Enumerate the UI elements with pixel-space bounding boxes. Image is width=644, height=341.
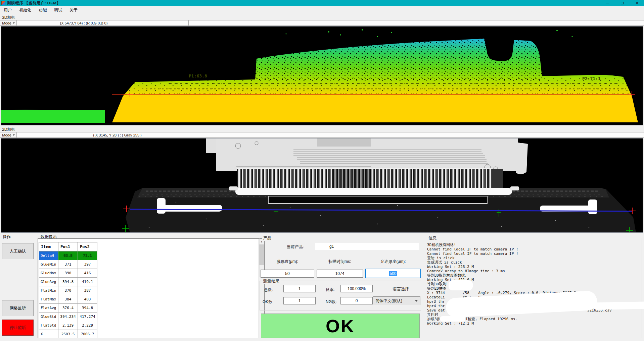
camera2d-status-seg3 [265, 132, 644, 138]
menu-item[interactable]: 用户 [0, 6, 15, 14]
table-row[interactable]: GlueAvg 394.8 419.1 [39, 278, 97, 286]
table-row[interactable]: FlatAvg 376.4 394.8 [39, 304, 97, 312]
language-value: 简体中文(默认) [375, 298, 402, 304]
cell-pos1: 370 [58, 286, 78, 295]
cell-pos1: 384 [58, 295, 78, 304]
cell-item: FlatMax [39, 295, 58, 304]
info-title: 信息 [427, 235, 438, 241]
col-item: Item [39, 242, 58, 251]
network-listen-button[interactable]: 网络监听 [2, 300, 34, 316]
total-label: 总数: [264, 287, 273, 293]
stop-listen-button[interactable]: 停止监听 [2, 320, 34, 336]
scan-time-label: 扫描时间ms: [317, 259, 363, 265]
table-row[interactable]: FlatMax 384 403 [39, 295, 97, 304]
cell-pos2: 387 [78, 286, 97, 295]
camera2d-view[interactable] [1, 138, 643, 233]
camera3d-status: (X 5473,Y 84) : (R 0,G 0,B 0) [17, 20, 151, 26]
log-line: Working Set : 712.2 M [427, 321, 640, 326]
camera3d-mode-button[interactable]: Mode [0, 20, 17, 26]
table-row[interactable]: FlatMin 370 387 [39, 286, 97, 295]
col-pos1: Pos1 [58, 242, 78, 251]
cell-item: DeltaH [39, 251, 58, 260]
camera2d-status: ( X 3145, Y 28 ) : ( Gray 255 ) [17, 132, 218, 138]
product-title: 产品 [262, 235, 273, 241]
table-row[interactable]: DeltaH 63.8 71.1 [39, 251, 97, 260]
table-row[interactable]: FlatStd 2.139 2.229 [39, 321, 97, 330]
chevron-down-icon [415, 300, 418, 302]
cell-item: GlueStd [39, 312, 58, 321]
cell-pos1: 394.8 [58, 278, 78, 286]
cell-pos1: 376.4 [58, 304, 78, 312]
grayscale-image [1, 138, 643, 232]
current-product-field[interactable]: g1 [315, 243, 419, 250]
bottom-panel: 操作 人工确认 网络监听 停止监听 数据显示 Item Pos1 Pos2 [0, 233, 644, 341]
film-thickness-label: 膜厚度(μm): [261, 259, 314, 265]
app-window: 测膜程序 【当前用户: OEM】 ✕ 用户初始化功能调试关于 3D相机 Mode… [0, 0, 644, 341]
manual-confirm-button[interactable]: 人工确认 [2, 243, 34, 259]
info-group: 信息 3D相机没有网络!Cannot find local IF to matc… [425, 238, 642, 338]
app-icon [1, 1, 5, 5]
p1-measure-label: P1:63.8 [189, 73, 207, 78]
table-header-row: Item Pos1 Pos2 [39, 242, 97, 251]
allow-thickness-label: 允许厚度(μm): [365, 259, 421, 265]
cell-pos2: 403 [78, 295, 97, 304]
redaction-blob [593, 301, 644, 310]
cell-item: FlatAvg [39, 304, 58, 312]
table-row[interactable]: GlueMax 390 416 [39, 269, 97, 278]
cell-pos2: 394.8 [78, 304, 97, 312]
camera2d-mode-button[interactable]: Mode [0, 132, 17, 138]
log-line: 登陆 is click [427, 256, 640, 260]
menu-item[interactable]: 功能 [35, 6, 50, 14]
camera3d-status-seg3 [189, 20, 644, 26]
minimize-icon [606, 3, 609, 3]
scan-time-field[interactable]: 1074 [317, 270, 363, 278]
table-row[interactable]: GlueStd 394.234 417.274 [39, 312, 97, 321]
menu-item[interactable]: 调试 [50, 6, 66, 14]
chevron-down-icon [13, 22, 15, 24]
camera2d-label: 2D相机 [2, 127, 15, 132]
language-select[interactable]: 简体中文(默认) [373, 296, 420, 305]
camera3d-view[interactable]: P1:63.8 P2:71.1 [1, 26, 643, 125]
menu-item[interactable]: 关于 [66, 6, 81, 14]
cell-pos1: 2.139 [58, 321, 78, 330]
measurement-table: Item Pos1 Pos2 DeltaH 63.8 71.1 [39, 242, 97, 338]
cell-item: GlueAvg [39, 278, 58, 286]
cell-item: GlueMax [39, 269, 58, 278]
menu-bar: 用户初始化功能调试关于 [0, 6, 644, 14]
operation-title: 操作 [3, 234, 11, 240]
log-line: 集成调试 is click [427, 260, 640, 265]
cell-pos1: 2503.5 [58, 330, 78, 339]
cell-pos1: 371 [58, 260, 78, 269]
cell-pos2: 417.274 [78, 312, 97, 321]
result-status-panel: OK [261, 314, 420, 338]
close-button[interactable]: ✕ [634, 1, 640, 5]
cell-item: X [39, 330, 58, 339]
log-line: Cannot find local IF to match camera IP … [427, 251, 640, 256]
maximize-button[interactable] [619, 1, 625, 5]
cell-item: GlueMin [39, 260, 58, 269]
camera2d-status-seg2 [218, 132, 265, 138]
camera3d-status-seg2 [151, 20, 189, 26]
log-line: 3D相机没有网络! [427, 243, 640, 247]
cell-item: FlatMin [39, 286, 58, 295]
heightmap-image: P1:63.8 P2:71.1 [1, 26, 643, 125]
mode-button-label: Mode [2, 21, 11, 25]
minimize-button[interactable] [604, 1, 610, 5]
maximize-icon [621, 2, 624, 4]
cell-pos2: 71.1 [78, 251, 97, 260]
menu-item[interactable]: 初始化 [15, 6, 35, 14]
table-row[interactable]: GlueMin 371 397 [39, 260, 97, 269]
allow-thickness-field[interactable]: 500 [365, 269, 421, 278]
ng-count-field: 0 [340, 297, 373, 304]
results-group: 测量结果 总数: 1 良率: 100.000% 语言选择 OK数: 1 NG数:… [260, 281, 421, 310]
col-pos2: Pos2 [78, 242, 97, 251]
film-thickness-field[interactable]: 50 [261, 270, 314, 278]
table-row[interactable]: X 2503.5 7066.7 [39, 330, 97, 339]
title-bar: 测膜程序 【当前用户: OEM】 ✕ [0, 0, 644, 6]
cell-pos1: 63.8 [58, 251, 78, 260]
cell-pos1: 394.234 [58, 312, 78, 321]
current-product-label: 当前产品: [287, 244, 304, 250]
cell-pos2: 7066.7 [78, 330, 97, 339]
mode-button-label: Mode [2, 133, 11, 137]
camera3d-mode-bar: Mode (X 5473,Y 84) : (R 0,G 0,B 0) [0, 20, 644, 26]
